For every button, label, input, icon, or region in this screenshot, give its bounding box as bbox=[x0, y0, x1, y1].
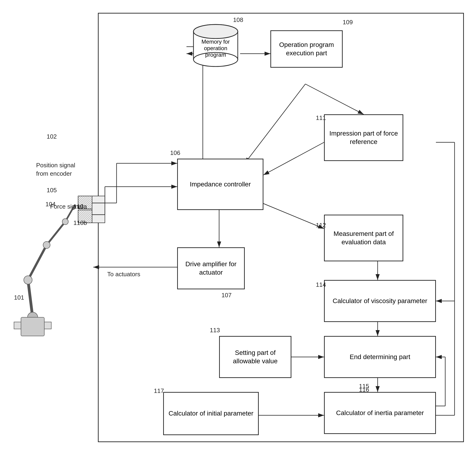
svg-line-3 bbox=[28, 245, 47, 280]
drive-amplifier-label: Drive amplifier for actuator bbox=[180, 260, 242, 277]
svg-line-2 bbox=[28, 280, 33, 317]
svg-point-6 bbox=[24, 276, 32, 284]
viscosity-calc-label: Calculator of viscosity parameter bbox=[333, 297, 427, 305]
memory-label: Memory for operation program bbox=[191, 38, 240, 58]
ref-109: 109 bbox=[343, 19, 353, 26]
ref-106: 106 bbox=[170, 149, 180, 157]
ref-114: 114 bbox=[316, 281, 326, 288]
ref-113: 113 bbox=[210, 327, 220, 334]
drive-amplifier-box: Drive amplifier for actuator bbox=[177, 247, 245, 289]
ref-110b: 110b bbox=[73, 219, 87, 226]
initial-calc-box: Calculator of initial parameter bbox=[163, 392, 259, 435]
impression-force-label: Impression part of force reference bbox=[327, 129, 401, 146]
impression-force-box: Impression part of force reference bbox=[324, 114, 403, 161]
svg-point-1 bbox=[21, 317, 44, 327]
svg-point-9 bbox=[28, 312, 38, 322]
measurement-eval-label: Measurement part of evaluation data bbox=[327, 230, 401, 247]
ref-105: 105 bbox=[47, 187, 57, 194]
position-signal-label: Position signal from encoder bbox=[36, 161, 75, 178]
svg-point-8 bbox=[62, 219, 68, 225]
to-actuators-label: To actuators bbox=[107, 271, 140, 278]
ref-112: 112 bbox=[316, 222, 326, 229]
operation-program-box: Operation program execution part bbox=[270, 30, 343, 68]
setting-allowable-label: Setting part of allowable value bbox=[222, 349, 289, 366]
ref-107: 107 bbox=[221, 292, 232, 299]
operation-program-label: Operation program execution part bbox=[273, 41, 340, 58]
svg-line-4 bbox=[47, 222, 65, 245]
inertia-calc-box: Calculator of inertia parameter bbox=[324, 392, 436, 434]
setting-allowable-box: Setting part of allowable value bbox=[219, 336, 291, 378]
ref-102: 102 bbox=[47, 133, 57, 140]
ref-101: 101 bbox=[14, 294, 24, 301]
svg-point-7 bbox=[43, 241, 50, 249]
svg-rect-10 bbox=[21, 317, 44, 336]
initial-calc-label: Calculator of initial parameter bbox=[169, 409, 253, 418]
end-determining-label: End determining part bbox=[350, 353, 410, 361]
impedance-controller-label: Impedance controller bbox=[190, 180, 250, 188]
ref-110a: 110a bbox=[73, 203, 87, 210]
end-determining-box: End determining part bbox=[324, 336, 436, 378]
ref-104: 104 bbox=[45, 201, 55, 208]
impedance-controller-box: Impedance controller bbox=[177, 159, 263, 210]
ref-108: 108 bbox=[233, 16, 243, 24]
ref-117: 117 bbox=[154, 387, 164, 395]
memory-cylinder: Memory for operation program bbox=[191, 23, 240, 68]
svg-point-52 bbox=[194, 25, 238, 38]
inertia-calc-label: Calculator of inertia parameter bbox=[336, 409, 424, 417]
ref-111: 111 bbox=[316, 114, 326, 122]
svg-rect-0 bbox=[14, 322, 51, 329]
measurement-eval-box: Measurement part of evaluation data bbox=[324, 215, 403, 261]
viscosity-calc-box: Calculator of viscosity parameter bbox=[324, 280, 436, 322]
ref-116: 116 bbox=[359, 386, 369, 393]
